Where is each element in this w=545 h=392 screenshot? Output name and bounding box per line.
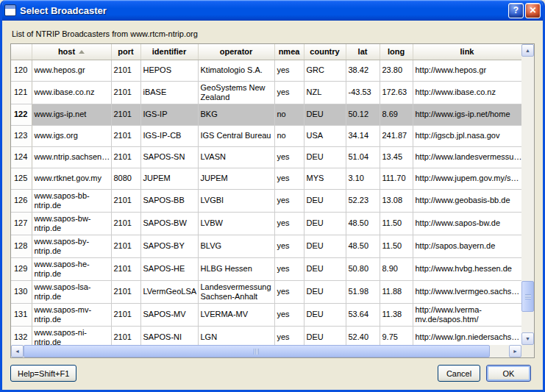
cell-num[interactable]: 125 bbox=[11, 168, 32, 189]
cell-link[interactable]: http://www.lverma-mv.de/sapos.htm/ bbox=[413, 303, 521, 326]
cell-num[interactable]: 126 bbox=[11, 189, 32, 212]
cell-port[interactable]: 2101 bbox=[111, 104, 140, 125]
column-header-lat[interactable]: lat bbox=[346, 44, 380, 60]
cell-lat[interactable]: 50.80 bbox=[346, 257, 380, 280]
cell-port[interactable]: 2101 bbox=[111, 257, 140, 280]
cell-num[interactable]: 121 bbox=[11, 81, 32, 104]
cell-port[interactable]: 2101 bbox=[111, 303, 140, 326]
cell-host[interactable]: www.ibase.co.nz bbox=[32, 81, 111, 104]
cell-num[interactable]: 123 bbox=[11, 125, 32, 146]
cell-operator[interactable]: IGS Central Bureau bbox=[198, 125, 274, 146]
table-row[interactable]: 123www.igs.org2101IGS-IP-CBIGS Central B… bbox=[11, 125, 521, 146]
cell-operator[interactable]: JUPEM bbox=[198, 168, 274, 189]
cell-nmea[interactable]: yes bbox=[274, 212, 304, 235]
cell-host[interactable]: www.ntrip.sachsen… bbox=[32, 146, 111, 168]
cell-link[interactable]: http://igscb.jpl.nasa.gov bbox=[413, 125, 521, 146]
cell-country[interactable]: USA bbox=[304, 125, 346, 146]
column-header-country[interactable]: country bbox=[304, 44, 346, 60]
cell-nmea[interactable]: no bbox=[274, 125, 304, 146]
cell-num[interactable]: 129 bbox=[11, 257, 32, 280]
cell-operator[interactable]: Landesvermessung Sachsen-Anhalt bbox=[198, 280, 274, 303]
column-header-nmea[interactable]: nmea bbox=[274, 44, 304, 60]
cell-identifier[interactable]: JUPEM bbox=[140, 168, 198, 189]
cell-operator[interactable]: LGN bbox=[198, 326, 274, 345]
cell-nmea[interactable]: yes bbox=[274, 257, 304, 280]
cancel-button[interactable]: Cancel bbox=[438, 365, 480, 382]
cell-num[interactable]: 128 bbox=[11, 235, 32, 257]
cell-lat[interactable]: 48.50 bbox=[346, 212, 380, 235]
cell-long[interactable]: 13.08 bbox=[380, 189, 413, 212]
cell-long[interactable]: 23.80 bbox=[380, 60, 413, 81]
cell-host[interactable]: www.sapos-bw-ntrip.de bbox=[32, 212, 111, 235]
cell-identifier[interactable]: SAPOS-HE bbox=[140, 257, 198, 280]
cell-identifier[interactable]: iBASE bbox=[140, 81, 198, 104]
titlebar-help-button[interactable]: ? bbox=[508, 3, 524, 18]
cell-long[interactable]: 111.70 bbox=[380, 168, 413, 189]
cell-long[interactable]: 241.87 bbox=[380, 125, 413, 146]
help-shortcut-button[interactable]: Help=Shift+F1 bbox=[10, 365, 76, 382]
column-header-host[interactable]: host bbox=[32, 44, 111, 60]
cell-port[interactable]: 8080 bbox=[111, 168, 140, 189]
cell-country[interactable]: DEU bbox=[304, 104, 346, 125]
cell-num[interactable]: 120 bbox=[11, 60, 32, 81]
cell-lat[interactable]: 52.23 bbox=[346, 189, 380, 212]
cell-host[interactable]: www.sapos-by-ntrip.de bbox=[32, 235, 111, 257]
cell-identifier[interactable]: IGS-IP-CB bbox=[140, 125, 198, 146]
cell-num[interactable]: 130 bbox=[11, 280, 32, 303]
table-row[interactable]: 121www.ibase.co.nz2101iBASEGeoSystems Ne… bbox=[11, 81, 521, 104]
cell-nmea[interactable]: yes bbox=[274, 146, 304, 168]
cell-country[interactable]: DEU bbox=[304, 257, 346, 280]
cell-country[interactable]: DEU bbox=[304, 146, 346, 168]
cell-port[interactable]: 2101 bbox=[111, 212, 140, 235]
cell-port[interactable]: 2101 bbox=[111, 189, 140, 212]
cell-link[interactable]: http://www.jupem.gov.my/s… bbox=[413, 168, 521, 189]
cell-nmea[interactable]: yes bbox=[274, 60, 304, 81]
cell-port[interactable]: 2101 bbox=[111, 81, 140, 104]
ok-button[interactable]: OK bbox=[486, 365, 531, 382]
cell-link[interactable]: http://www.lgn.niedersachs… bbox=[413, 326, 521, 345]
cell-nmea[interactable]: yes bbox=[274, 81, 304, 104]
table-row[interactable]: 129www.sapos-he-ntrip.de2101SAPOS-HEHLBG… bbox=[11, 257, 521, 280]
cell-operator[interactable]: LVASN bbox=[198, 146, 274, 168]
cell-lat[interactable]: 50.12 bbox=[346, 104, 380, 125]
cell-lat[interactable]: 38.42 bbox=[346, 60, 380, 81]
cell-lat[interactable]: 52.40 bbox=[346, 326, 380, 345]
cell-identifier[interactable]: LVermGeoLSA bbox=[140, 280, 198, 303]
column-header-operator[interactable]: operator bbox=[198, 44, 274, 60]
column-header-port[interactable]: port bbox=[111, 44, 140, 60]
cell-operator[interactable]: LVBW bbox=[198, 212, 274, 235]
cell-operator[interactable]: GeoSystems New Zealand bbox=[198, 81, 274, 104]
table-row[interactable]: 131www.sapos-mv-ntrip.de2101SAPOS-MVLVER… bbox=[11, 303, 521, 326]
cell-country[interactable]: DEU bbox=[304, 235, 346, 257]
cell-country[interactable]: DEU bbox=[304, 280, 346, 303]
cell-link[interactable]: http://sapos.bayern.de bbox=[413, 235, 521, 257]
scroll-up-button[interactable]: ▲ bbox=[521, 44, 534, 57]
cell-host[interactable]: www.sapos-he-ntrip.de bbox=[32, 257, 111, 280]
horizontal-scroll-thumb[interactable] bbox=[24, 345, 490, 357]
cell-lat[interactable]: 34.14 bbox=[346, 125, 380, 146]
cell-nmea[interactable]: no bbox=[274, 104, 304, 125]
cell-port[interactable]: 2101 bbox=[111, 280, 140, 303]
column-header-identifier[interactable]: identifier bbox=[140, 44, 198, 60]
cell-host[interactable]: www.igs.org bbox=[32, 125, 111, 146]
cell-nmea[interactable]: yes bbox=[274, 326, 304, 345]
cell-link[interactable]: http://www.hepos.gr bbox=[413, 60, 521, 81]
cell-identifier[interactable]: IGS-IP bbox=[140, 104, 198, 125]
cell-num[interactable]: 127 bbox=[11, 212, 32, 235]
cell-country[interactable]: DEU bbox=[304, 212, 346, 235]
cell-identifier[interactable]: SAPOS-BW bbox=[140, 212, 198, 235]
cell-num[interactable]: 132 bbox=[11, 326, 32, 345]
cell-identifier[interactable]: HEPOS bbox=[140, 60, 198, 81]
vertical-scroll-track[interactable] bbox=[521, 57, 534, 332]
cell-long[interactable]: 11.88 bbox=[380, 280, 413, 303]
cell-host[interactable]: www.igs-ip.net bbox=[32, 104, 111, 125]
cell-country[interactable]: DEU bbox=[304, 189, 346, 212]
scroll-down-button[interactable]: ▼ bbox=[521, 332, 534, 345]
scroll-left-button[interactable]: ◄ bbox=[11, 345, 24, 357]
cell-num[interactable]: 122 bbox=[11, 104, 32, 125]
cell-country[interactable]: GRC bbox=[304, 60, 346, 81]
cell-operator[interactable]: Ktimatologio S.A. bbox=[198, 60, 274, 81]
cell-nmea[interactable]: yes bbox=[274, 168, 304, 189]
cell-identifier[interactable]: SAPOS-BB bbox=[140, 189, 198, 212]
column-header-link[interactable]: link bbox=[413, 44, 521, 60]
